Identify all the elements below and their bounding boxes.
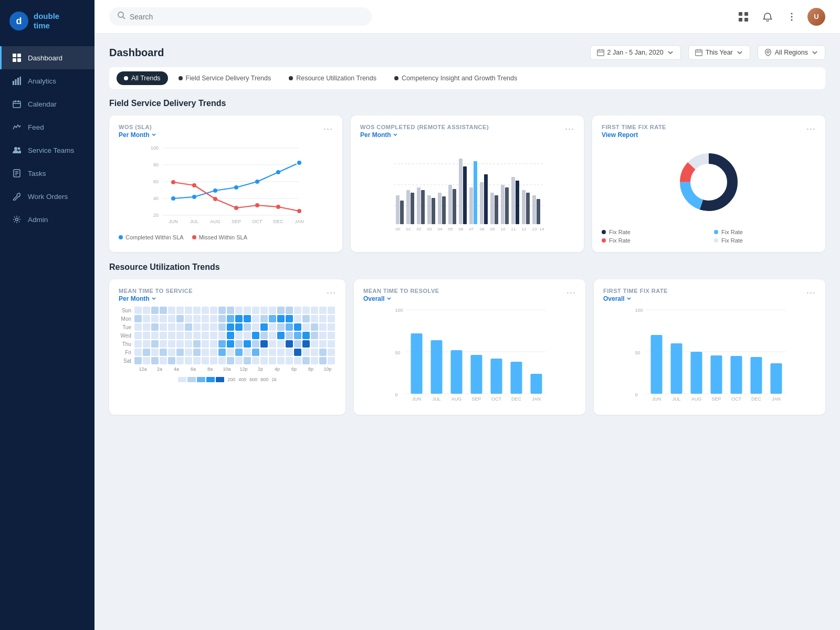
svg-text:14: 14 — [540, 227, 544, 232]
svg-rect-98 — [537, 199, 540, 224]
sidebar-item-feed[interactable]: Feed — [0, 116, 94, 139]
page-title: Dashboard — [109, 47, 164, 59]
svg-rect-90 — [495, 195, 498, 224]
heatmap-legend-value: 600 — [249, 377, 257, 382]
tab-all-trends[interactable]: All Trends — [117, 71, 168, 85]
svg-rect-126 — [451, 350, 463, 394]
svg-text:DEC: DEC — [273, 219, 284, 224]
heatmap-cell — [227, 332, 234, 339]
sidebar-item-tasks[interactable]: Tasks — [0, 162, 94, 185]
heatmap-cell — [252, 349, 259, 356]
chevron-down4-icon — [151, 132, 156, 138]
heatmap-cell — [185, 307, 192, 314]
heatmap-row-label: Fri — [119, 350, 133, 355]
chart-fix-rate-2: FIRST TIME FIX RATE Overall ··· 100 50 0 — [594, 279, 825, 415]
heatmap-cell — [252, 323, 259, 331]
tab-field-label: Field Service Delivery Trends — [186, 75, 271, 82]
tab-competency[interactable]: Competency Insight and Growth Trends — [387, 71, 524, 85]
chart-resolve-subtitle[interactable]: Overall — [363, 295, 439, 302]
heatmap-cell — [160, 349, 167, 356]
svg-text:0: 0 — [395, 392, 398, 397]
chart-mean-service-more[interactable]: ··· — [327, 288, 336, 297]
heatmap-cell — [269, 340, 276, 348]
year-filter-button[interactable]: This Year — [688, 45, 750, 60]
heatmap-cell — [143, 332, 150, 339]
bar-chart-remote: 00 01 02 03 04 05 06 07 08 09 10 11 12 1… — [360, 143, 574, 234]
search-input[interactable] — [130, 13, 363, 21]
svg-point-47 — [171, 196, 175, 201]
chart-fix-more[interactable]: ··· — [806, 124, 816, 133]
sidebar-item-analytics[interactable]: Analytics — [0, 69, 94, 92]
svg-rect-147 — [711, 355, 722, 394]
heatmap-cell — [286, 340, 293, 348]
chart-fix-subtitle[interactable]: View Report — [602, 131, 666, 139]
heatmap-cell — [143, 340, 150, 348]
chart-fix2-more[interactable]: ··· — [806, 288, 816, 297]
heatmap-cell — [269, 315, 276, 322]
svg-rect-5 — [15, 79, 17, 85]
chart-mean-service-meta: MEAN TIME TO SERVICE Per Month — [119, 288, 193, 302]
svg-rect-22 — [744, 12, 748, 16]
section1-charts: WOS (SLA) Per Month ··· — [109, 116, 825, 252]
svg-rect-127 — [471, 355, 482, 394]
heatmap-cell — [235, 340, 243, 348]
legend-dot-red — [192, 235, 196, 239]
heatmap-cell — [143, 349, 150, 356]
apps-icon[interactable] — [735, 8, 752, 25]
notification-icon[interactable] — [759, 8, 776, 25]
search-box[interactable] — [109, 7, 372, 26]
heatmap-cell — [227, 323, 234, 331]
svg-rect-128 — [491, 359, 502, 394]
heatmap-cell — [244, 323, 251, 331]
heatmap-cell — [168, 332, 175, 339]
chart-mean-service-subtitle[interactable]: Per Month — [119, 295, 193, 302]
date-filter-button[interactable]: 2 Jan - 5 Jan, 2020 — [590, 45, 681, 60]
avatar[interactable]: U — [807, 8, 825, 26]
svg-rect-83 — [459, 159, 463, 224]
heatmap-legend: 2004006008001k — [119, 377, 336, 382]
region-filter-button[interactable]: All Regions — [758, 45, 825, 60]
heatmap-row-label: Tue — [119, 324, 133, 330]
sidebar-item-admin[interactable]: Admin — [0, 208, 94, 231]
heatmap-cell — [294, 357, 301, 364]
chart-fix2-title: FIRST TIME FIX RATE — [603, 288, 668, 294]
heatmap-cell — [218, 315, 226, 322]
heatmap-cell — [202, 307, 209, 314]
svg-text:0: 0 — [635, 392, 638, 397]
chart-remote-subtitle[interactable]: Per Month — [360, 131, 489, 139]
heatmap-cell — [210, 357, 217, 364]
chart-fix-header: FIRST TIME FIX RATE View Report ··· — [602, 124, 816, 139]
sidebar-item-work-orders[interactable]: Work Orders — [0, 185, 94, 208]
heatmap-cell — [328, 340, 335, 348]
heatmap-x-label: 4a — [169, 366, 184, 372]
heatmap-cell — [319, 315, 327, 322]
heatmap-cell — [168, 315, 175, 322]
heatmap-cell — [277, 332, 285, 339]
heatmap-cell — [311, 307, 318, 314]
tab-resource[interactable]: Resource Utilization Trends — [281, 71, 384, 85]
svg-text:13: 13 — [532, 227, 537, 232]
sidebar-item-calendar[interactable]: Calendar — [0, 92, 94, 116]
chart-fix2-subtitle[interactable]: Overall — [603, 295, 668, 302]
sidebar-item-dashboard[interactable]: Dashboard — [0, 46, 94, 69]
tab-field-service[interactable]: Field Service Delivery Trends — [171, 71, 279, 85]
svg-rect-32 — [695, 50, 702, 56]
sidebar-item-service-teams[interactable]: Service Teams — [0, 139, 94, 162]
heatmap-cell — [202, 340, 209, 348]
heatmap-cell — [328, 332, 335, 339]
heatmap-cell — [235, 307, 243, 314]
heatmap-cell — [311, 349, 318, 356]
heatmap-cell — [227, 357, 234, 364]
chart-wos-more[interactable]: ··· — [323, 124, 333, 133]
chart-wos-sla: WOS (SLA) Per Month ··· — [109, 116, 342, 252]
chart-remote-more[interactable]: ··· — [565, 124, 574, 133]
more-icon[interactable] — [783, 8, 800, 25]
heatmap-row: Fri — [119, 349, 336, 356]
heatmap-cell — [269, 307, 276, 314]
chart-mean-service: MEAN TIME TO SERVICE Per Month ··· SunMo… — [109, 279, 345, 415]
chart-wos-subtitle[interactable]: Per Month — [119, 131, 156, 139]
heatmap-cell — [227, 340, 234, 348]
header: U — [94, 0, 840, 34]
chart-resolve-more[interactable]: ··· — [566, 288, 576, 297]
heatmap-legend-value: 1k — [271, 377, 277, 382]
